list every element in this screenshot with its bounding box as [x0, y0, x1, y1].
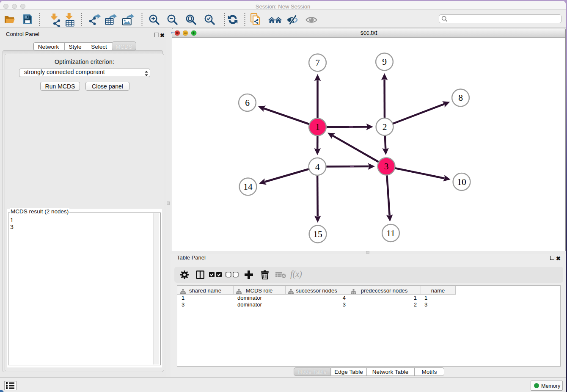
svg-text:1: 1	[315, 122, 320, 132]
svg-text:7: 7	[315, 58, 320, 68]
svg-text:11: 11	[386, 228, 395, 238]
svg-text:2: 2	[383, 122, 387, 132]
svg-text:14: 14	[243, 182, 253, 192]
svg-text:6: 6	[245, 98, 250, 108]
svg-text:9: 9	[382, 57, 387, 67]
svg-text:8: 8	[458, 93, 463, 103]
svg-text:3: 3	[384, 161, 389, 171]
svg-text:15: 15	[313, 229, 322, 239]
svg-text:4: 4	[315, 162, 320, 172]
svg-text:10: 10	[457, 177, 466, 187]
